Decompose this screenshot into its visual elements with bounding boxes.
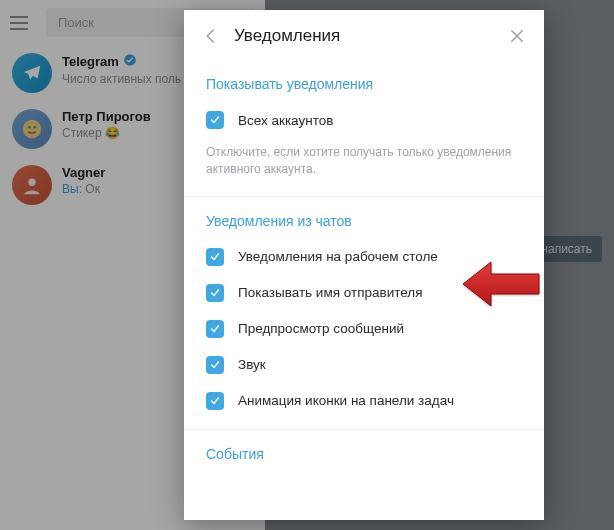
option-label: Показывать имя отправителя — [238, 285, 422, 300]
checkbox-checked-icon — [206, 284, 224, 302]
option-desktop-notifications[interactable]: Уведомления на рабочем столе — [206, 239, 522, 275]
hint-text: Отключите, если хотите получать только у… — [206, 138, 522, 192]
section-show-notifications: Показывать уведомления — [206, 76, 522, 92]
option-message-preview[interactable]: Предпросмотр сообщений — [206, 311, 522, 347]
option-show-sender[interactable]: Показывать имя отправителя — [206, 275, 522, 311]
divider — [184, 429, 544, 430]
option-label: Анимация иконки на панели задач — [238, 393, 454, 408]
arrow-left-icon — [202, 27, 220, 45]
close-button[interactable] — [508, 27, 526, 45]
checkbox-checked-icon — [206, 320, 224, 338]
section-events: События — [206, 446, 522, 462]
section-chat-notifications: Уведомления из чатов — [206, 213, 522, 229]
notifications-settings-modal: Уведомления Показывать уведомления Всех … — [184, 10, 544, 520]
checkbox-checked-icon — [206, 356, 224, 374]
checkbox-checked-icon — [206, 392, 224, 410]
checkbox-checked-icon — [206, 248, 224, 266]
checkbox-checked-icon — [206, 111, 224, 129]
option-sound[interactable]: Звук — [206, 347, 522, 383]
divider — [184, 196, 544, 197]
option-taskbar-animation[interactable]: Анимация иконки на панели задач — [206, 383, 522, 419]
option-label: Уведомления на рабочем столе — [238, 249, 438, 264]
modal-title: Уведомления — [234, 26, 494, 46]
option-all-accounts[interactable]: Всех аккаунтов — [206, 102, 522, 138]
option-label: Предпросмотр сообщений — [238, 321, 404, 336]
option-label: Звук — [238, 357, 266, 372]
close-icon — [508, 27, 526, 45]
option-label: Всех аккаунтов — [238, 113, 333, 128]
back-button[interactable] — [202, 27, 220, 45]
